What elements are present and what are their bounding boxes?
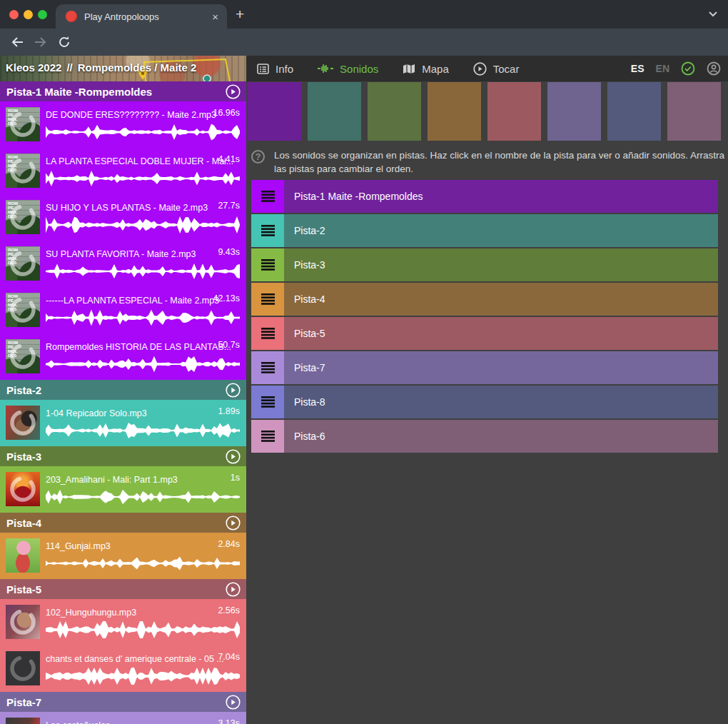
language-es[interactable]: ES (631, 63, 644, 74)
window-minimize-button[interactable] (24, 10, 33, 19)
track-row-handle[interactable] (251, 420, 284, 453)
track-name[interactable]: Pista-7 (6, 696, 226, 708)
track-color-swatch (368, 82, 421, 141)
drag-handle-icon[interactable] (261, 225, 275, 236)
drag-handle-icon[interactable] (261, 362, 275, 373)
track-header[interactable]: Pista-2 (0, 380, 246, 400)
track-header[interactable]: Pista-5 (0, 579, 246, 599)
track-name[interactable]: Pista-4 (6, 517, 226, 529)
language-en[interactable]: EN (656, 63, 669, 74)
window-close-button[interactable] (9, 10, 19, 19)
audio-clip[interactable]: chants et danses d' amerique centrale - … (0, 645, 246, 692)
play-track-button[interactable] (226, 582, 241, 597)
play-track-button[interactable] (226, 383, 241, 398)
reload-button[interactable] (56, 34, 73, 51)
track-row-body[interactable]: Pista-2 (284, 214, 718, 247)
clip-info: Rompemoldes HISTORIA DE LAS PLANTAS...50… (46, 340, 241, 373)
track-row-handle[interactable] (251, 214, 284, 247)
breadcrumb[interactable]: Kleos 2022//Rompemoldes / Maite 2 (6, 61, 196, 74)
track-row-handle[interactable] (251, 386, 284, 418)
new-tab-button[interactable]: + (236, 7, 244, 21)
track-row-name[interactable]: Pista-7 (294, 362, 325, 373)
track-color-swatch (248, 82, 301, 141)
track-name[interactable]: Pista-3 (6, 451, 226, 463)
track-name[interactable]: Pista-2 (6, 384, 226, 396)
track-row-body[interactable]: Pista-3 (284, 248, 718, 281)
drag-handle-icon[interactable] (261, 293, 275, 305)
track-header[interactable]: Pista-1 Maite -Rompemoldes (0, 81, 246, 101)
track-row-name[interactable]: Pista-8 (294, 396, 325, 408)
tab-mapa[interactable]: Mapa (403, 63, 449, 75)
tab-close-icon[interactable]: × (211, 11, 220, 23)
track-row[interactable]: Pista-3 (251, 248, 718, 281)
track-row[interactable]: Pista-7 (251, 351, 718, 384)
audio-clip[interactable]: 203_Amalihani - Mali: Part 1.mp31s (0, 466, 246, 513)
track-row[interactable]: Pista-5 (251, 317, 718, 350)
track-row-body[interactable]: Pista-5 (284, 317, 718, 350)
track-name[interactable]: Pista-5 (6, 583, 226, 595)
play-track-button[interactable] (226, 695, 241, 710)
track-row-handle[interactable] (251, 351, 284, 384)
drag-handle-icon[interactable] (261, 396, 275, 408)
track-row-handle[interactable] (251, 180, 284, 213)
track-row[interactable]: Pista-8 (251, 386, 718, 418)
audio-clip[interactable]: ROM PE MOL DESDE DONDE ERES???????? - Ma… (0, 101, 246, 148)
browser-tab[interactable]: Play Antropoloops × (56, 4, 227, 29)
audio-clip[interactable]: 114_Gunjai.mp32.84s (0, 533, 246, 579)
track-header[interactable]: Pista-7 (0, 692, 246, 712)
track-row-name[interactable]: Pista-6 (294, 431, 325, 442)
account-icon[interactable] (707, 61, 721, 76)
rompemoldes-wall-thumbnail: ROM PE MOL DES (6, 200, 40, 234)
drag-handle-icon[interactable] (261, 259, 275, 271)
clip-duration: 3.13s (218, 718, 240, 724)
clip-title: ------LA PLANNTA ESPECIAL - Maite 2.mp3 (46, 296, 219, 306)
track-row-handle[interactable] (251, 317, 284, 350)
track-row[interactable]: Pista-2 (251, 214, 718, 247)
track-row-body[interactable]: Pista-7 (284, 351, 718, 384)
track-row[interactable]: Pista-4 (251, 283, 718, 316)
track-row[interactable]: Pista-6 (251, 420, 718, 453)
audio-clip[interactable]: ROM PE MOL DESRompemoldes HISTORIA DE LA… (0, 333, 246, 380)
forward-button[interactable] (32, 34, 49, 51)
track-header[interactable]: Pista-3 (0, 446, 246, 466)
clip-title-row: Las castañuelas3.13s (46, 718, 241, 724)
tab-tocar[interactable]: Tocar (473, 62, 520, 76)
drag-handle-icon[interactable] (261, 191, 275, 202)
drag-handle-icon[interactable] (261, 328, 275, 339)
audio-clip[interactable]: 102_Hunguhungu.mp32.56s (0, 599, 246, 645)
back-button[interactable] (9, 34, 26, 51)
track-row-name[interactable]: Pista-4 (294, 293, 325, 305)
help-question-icon: ? (251, 150, 265, 164)
track-name[interactable]: Pista-1 Maite -Rompemoldes (6, 86, 226, 98)
play-track-button[interactable] (226, 516, 241, 531)
track-row-handle[interactable] (251, 283, 284, 316)
window-zoom-button[interactable] (38, 10, 47, 19)
loading-spinner-icon (6, 246, 40, 281)
audio-clip[interactable]: 1-04 Repicador Solo.mp31.89s (0, 400, 246, 446)
track-header[interactable]: Pista-4 (0, 513, 246, 533)
audio-clip[interactable]: ROM PE MOL DESSU HIJO Y LAS PLANTAS - Ma… (0, 194, 246, 241)
track-row-body[interactable]: Pista-8 (284, 386, 718, 418)
track-row-body[interactable]: Pista-6 (284, 420, 718, 453)
track-row-handle[interactable] (251, 248, 284, 281)
tab-info[interactable]: Info (257, 63, 293, 75)
audio-clip[interactable]: ROM PE MOL DES------LA PLANNTA ESPECIAL … (0, 287, 246, 333)
audio-clip[interactable]: ROM PE MOL DESLA PLANTA ESPECIAL DOBLE M… (0, 148, 246, 194)
audio-clip[interactable]: ROM PE MOL DESSU PLANTA FAVORITA - Maite… (0, 241, 246, 287)
track-row-name[interactable]: Pista-5 (294, 328, 325, 339)
track-row-body[interactable]: Pista-4 (284, 283, 718, 316)
play-track-button[interactable] (226, 84, 241, 99)
track-row-name[interactable]: Pista-3 (294, 259, 325, 271)
tab-sonidos[interactable]: Sonidos (318, 63, 378, 75)
track-row-name[interactable]: Pista-1 Maite -Rompemoldes (294, 191, 423, 202)
track-row[interactable]: Pista-1 Maite -Rompemoldes (251, 180, 718, 213)
drag-handle-icon[interactable] (261, 431, 275, 442)
play-track-button[interactable] (226, 449, 241, 464)
track-row-body[interactable]: Pista-1 Maite -Rompemoldes (284, 180, 718, 213)
track-row-name[interactable]: Pista-2 (294, 225, 325, 236)
tab-search-chevron-icon[interactable] (708, 11, 718, 17)
clip-title-row: LA PLANTA ESPECIAL DOBLE MUJER - Mai...4… (46, 154, 241, 166)
audio-clip[interactable]: Las castañuelas3.13s (0, 712, 246, 724)
app-top-bar: Kleos 2022//Rompemoldes / Maite 2 Info S… (0, 56, 728, 81)
clip-title: 1-04 Repicador Solo.mp3 (46, 408, 147, 418)
